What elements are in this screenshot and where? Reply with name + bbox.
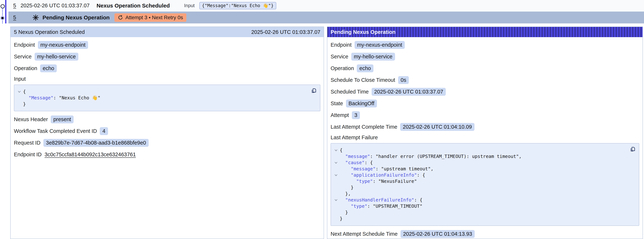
timeline-event-dot-icon [0, 4, 5, 8]
event-detail-header: 5 Nexus Operation Scheduled 2025-02-26 U… [10, 27, 324, 37]
code-text: } [340, 184, 354, 191]
collapse-chevron-icon[interactable] [332, 160, 340, 166]
pending-asterisk-icon [32, 14, 39, 21]
pending-panel-title: Pending Nexus Operation [330, 29, 396, 35]
failure-section-label: Last Attempt Failure [330, 134, 639, 140]
event-title: Nexus Operation Scheduled [96, 2, 170, 9]
field-value-badge: echo [40, 64, 57, 72]
field-value-badge: present [51, 116, 74, 123]
field-label: State [330, 100, 343, 106]
code-line: "cause": { [332, 160, 626, 166]
field-value-badge: 2025-02-26 UTC 01:03:37.07 [372, 88, 446, 96]
copy-icon[interactable] [630, 146, 636, 152]
field-label: Scheduled Time [330, 89, 369, 95]
code-text: "type": "NexusFailure" [340, 178, 417, 184]
field-row: Last Attempt Complete Time 2025-02-26 UT… [330, 123, 639, 131]
attempt-retry-badge: Attempt 3 • Next Retry 0s [114, 13, 186, 22]
field-row: Schedule To Close Timeout 0s [330, 76, 639, 84]
field-label: Attempt [330, 112, 349, 118]
field-value-badge: 3c0c75ccfa8144b092c13ce632463761 [45, 152, 136, 158]
code-text: } [23, 101, 26, 107]
code-text: "applicationFailureInfo": { [340, 172, 425, 178]
code-line: "message": "upstream timeout", [332, 166, 626, 172]
field-value-badge: echo [357, 64, 374, 72]
code-line: } [332, 184, 626, 191]
failure-json-viewer: { "message": "handler error (UPSTREAM_TI… [330, 143, 639, 226]
event-input-value-badge[interactable]: {"Message":"Nexus Echo 👋"} [199, 2, 276, 9]
field-label: Service [330, 54, 348, 60]
field-row: Request ID 3e829b7e-7d67-4b08-aad3-b1e86… [14, 139, 320, 147]
code-text: "Message": "Nexus Echo 👋" [23, 95, 100, 101]
pending-panel-header: Pending Nexus Operation [327, 27, 642, 37]
field-row: Workflow Task Completed Event ID 4 [14, 127, 320, 135]
event-detail-title: 5 Nexus Operation Scheduled [14, 29, 85, 35]
field-label: Last Attempt Complete Time [330, 124, 397, 130]
field-row: State BackingOff [330, 99, 639, 108]
code-text: "message": "upstream timeout", [340, 166, 434, 172]
field-label: Endpoint [14, 42, 35, 48]
event-id-link[interactable]: 5 [13, 2, 16, 8]
event-detail-fields-secondary: Nexus Header present Workflow Task Compl… [14, 115, 320, 158]
code-text: "nexusHandlerFailureInfo": { [340, 197, 422, 203]
code-line: "applicationFailureInfo": { [332, 172, 626, 178]
field-label: Endpoint ID [14, 152, 42, 158]
code-text: "message": "handler error (UPSTREAM_TIME… [340, 153, 522, 160]
field-row: Nexus Header present [14, 115, 320, 123]
field-row: Endpoint my-nexus-endpoint [14, 41, 320, 49]
field-value-badge: 3e829b7e-7d67-4b08-aad3-b1e868bfe9e0 [44, 139, 149, 147]
code-text: "cause": { [340, 160, 373, 166]
event-timestamp: 2025-02-26 UTC 01:03:37.07 [20, 2, 90, 8]
field-label: Endpoint [330, 42, 352, 48]
code-line: { [16, 88, 307, 95]
history-row-pending-nexus-operation[interactable]: 5 Pending Nexus Operation Attempt 3 • Ne… [8, 12, 644, 24]
code-text: { [23, 88, 26, 95]
field-row: Attempt 3 [330, 111, 639, 119]
field-value-badge: BackingOff [346, 100, 377, 108]
field-row: Scheduled Time 2025-02-26 UTC 01:03:37.0… [330, 88, 639, 96]
timeline-active-bar [5, 0, 6, 24]
history-row-nexus-operation-scheduled[interactable]: 5 2025-02-26 UTC 01:03:37.07 Nexus Opera… [8, 0, 644, 11]
code-line: "type": "NexusFailure" [332, 178, 626, 184]
input-json-viewer: { "Message": "Nexus Echo 👋" [14, 84, 320, 111]
code-text: } [340, 209, 348, 216]
event-history-view: 5 2025-02-26 UTC 01:03:37.07 Nexus Opera… [0, 0, 644, 239]
field-label: Operation [14, 65, 37, 71]
field-value-badge: 3 [352, 111, 360, 119]
next-attempt-row: Next Attempt Schedule Time 2025-02-26 UT… [330, 230, 639, 238]
code-line: { [332, 147, 626, 153]
field-label: Nexus Header [14, 116, 48, 122]
collapse-chevron-icon[interactable] [16, 88, 23, 95]
attempt-retry-text: Attempt 3 • Next Retry 0s [126, 15, 183, 20]
pending-id-link[interactable]: 5 [13, 14, 16, 20]
field-label: Request ID [14, 140, 40, 146]
field-value-badge: my-nexus-endpoint [38, 41, 88, 49]
retry-icon [118, 15, 123, 20]
field-row: Service my-hello-service [330, 52, 639, 60]
collapse-chevron-icon[interactable] [332, 172, 340, 178]
field-row: Service my-hello-service [14, 52, 320, 60]
code-line: "nexusHandlerFailureInfo": { [332, 197, 626, 203]
pending-fields: Endpoint my-nexus-endpoint Service my-he… [330, 41, 639, 131]
timeline-pending-dot-icon [0, 16, 4, 20]
code-text: "type": "UPSTREAM_TIMEOUT" [340, 203, 422, 209]
code-line: } [332, 209, 626, 216]
field-value-badge: my-nexus-endpoint [354, 41, 405, 49]
field-row: Operation echo [14, 64, 320, 72]
timeline-dashed-connector [2, 8, 3, 24]
collapse-chevron-icon[interactable] [332, 147, 340, 153]
field-row: Operation echo [330, 64, 639, 72]
event-detail-fields: Endpoint my-nexus-endpoint Service my-he… [14, 41, 320, 72]
field-value-badge: 2025-02-26 UTC 01:04:10.09 [400, 123, 474, 131]
field-label: Operation [330, 65, 354, 71]
collapse-chevron-icon[interactable] [332, 197, 340, 203]
event-detail-panel: 5 Nexus Operation Scheduled 2025-02-26 U… [10, 26, 324, 239]
event-detail-timestamp: 2025-02-26 UTC 01:03:37.07 [251, 29, 320, 35]
code-text: { [340, 147, 342, 153]
copy-icon[interactable] [311, 88, 317, 94]
field-value-badge: 0s [398, 76, 409, 84]
code-line: "Message": "Nexus Echo 👋" [16, 95, 307, 101]
field-row: Endpoint my-nexus-endpoint [330, 41, 639, 49]
code-line: } [16, 101, 307, 107]
failure-json-lines: { "message": "handler error (UPSTREAM_TI… [332, 147, 626, 222]
field-value-badge: my-hello-service [34, 53, 78, 60]
